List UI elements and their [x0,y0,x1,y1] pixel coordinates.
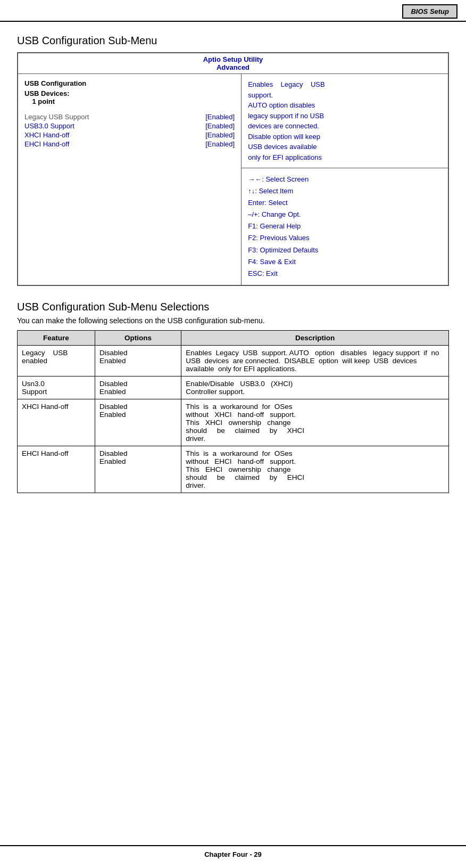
page-header: BIOS Setup [0,0,466,22]
row1-description: Enables Legacy USB support. AUTO option … [181,345,449,376]
col-description-header: Description [181,330,449,345]
bios-setup-badge: BIOS Setup [402,4,457,19]
table-row: Legacy USBenabled DisabledEnabled Enable… [18,345,449,376]
row1-options: DisabledEnabled [95,345,181,376]
col-options-header: Options [95,330,181,345]
row2-feature: Usn3.0Support [18,376,95,399]
bios-header: Aptio Setup Utility Advanced [18,53,448,74]
col-feature-header: Feature [18,330,95,345]
legacy-usb-item: Legacy USB Support [Enabled] [24,113,235,121]
table-header-row: Feature Options Description [18,330,449,345]
row3-feature: XHCI Hand-off [18,399,95,446]
xhci-label: XHCI Hand-off [24,131,69,139]
table-row: XHCI Hand-off DisabledEnabled This is a … [18,399,449,446]
xhci-value: [Enabled] [205,131,235,139]
row2-options: DisabledEnabled [95,376,181,399]
page-number: Chapter Four - 29 [204,850,262,858]
bios-right-panel: Enables Legacy USB support. AUTO option … [242,74,448,285]
ehci-item: EHCI Hand-off [Enabled] [24,140,235,148]
bios-key-help: →←: Select Screen ↑↓: Select Item Enter:… [242,168,448,285]
table-row: Usn3.0Support DisabledEnabled Enable/Dis… [18,376,449,399]
bios-body: USB Configuration USB Devices: 1 point L… [18,74,448,285]
legacy-usb-value: [Enabled] [205,113,235,121]
usb-devices-label: USB Devices: 1 point [24,89,235,105]
usb30-item: USB3.0 Support [Enabled] [24,122,235,130]
section1-title: USB Configuration Sub-Menu [17,35,449,47]
row4-options: DisabledEnabled [95,446,181,493]
bios-ui-box: Aptio Setup Utility Advanced USB Configu… [17,52,449,286]
bios-utility-title: Aptio Setup Utility [18,55,448,63]
xhci-item: XHCI Hand-off [Enabled] [24,131,235,139]
usb-config-label: USB Configuration [24,79,235,87]
row3-options: DisabledEnabled [95,399,181,446]
bios-left-panel: USB Configuration USB Devices: 1 point L… [18,74,242,285]
selections-table: Feature Options Description Legacy USBen… [17,330,449,493]
row3-description: This is a workaround for OSes without XH… [181,399,449,446]
bios-advanced-label: Advanced [18,63,448,71]
row4-description: This is a workaround for OSes without EH… [181,446,449,493]
table-row: EHCI Hand-off DisabledEnabled This is a … [18,446,449,493]
legacy-usb-label: Legacy USB Support [24,113,89,121]
usb30-label: USB3.0 Support [24,122,74,130]
section2-subtitle: You can make the following selections on… [17,316,449,325]
row4-feature: EHCI Hand-off [18,446,95,493]
section2-title: USB Configuration Sub-Menu Selections [17,301,449,313]
ehci-value: [Enabled] [205,140,235,148]
row2-description: Enable/Disable USB3.0 (XHCI)Controller s… [181,376,449,399]
ehci-label: EHCI Hand-off [24,140,69,148]
page-footer: Chapter Four - 29 [0,845,466,858]
row1-feature: Legacy USBenabled [18,345,95,376]
bios-help-text: Enables Legacy USB support. AUTO option … [242,74,448,168]
usb30-value: [Enabled] [205,122,235,130]
main-content: USB Configuration Sub-Menu Aptio Setup U… [0,22,466,510]
